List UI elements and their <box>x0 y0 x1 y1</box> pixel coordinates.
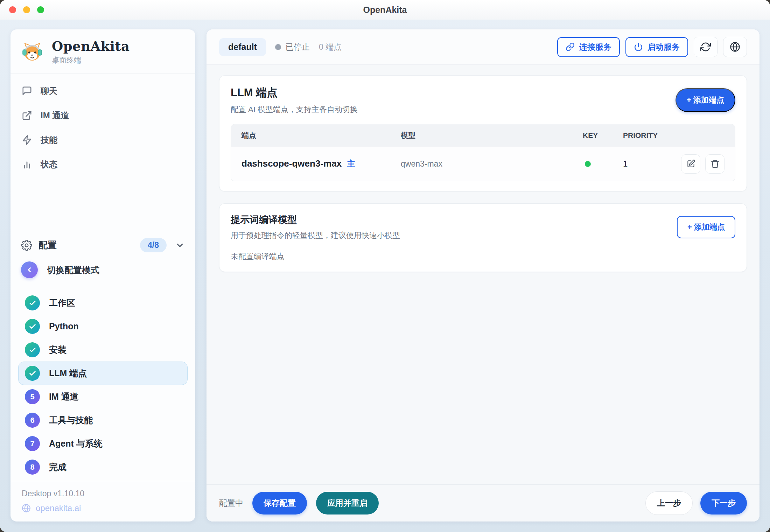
priority-cell: 1 <box>623 159 681 169</box>
brand: OpenAkita 桌面终端 <box>10 29 195 74</box>
check-icon <box>29 323 36 330</box>
step-label: 完成 <box>49 461 66 473</box>
step-label: LLM 端点 <box>49 368 87 379</box>
check-icon <box>29 370 36 377</box>
fullscreen-window-button[interactable] <box>37 6 44 13</box>
globe-icon <box>22 504 31 513</box>
bottom-bar: 配置中 保存配置 应用并重启 上一步 下一步 <box>206 484 760 522</box>
step-done-circle <box>25 342 40 357</box>
profile-badge[interactable]: default <box>219 38 266 56</box>
config-progress-badge: 4/8 <box>140 238 167 252</box>
sidebar: OpenAkita 桌面终端 聊天 IM 通道 技能 <box>10 29 195 522</box>
llm-endpoints-card: LLM 端点 配置 AI 模型端点，支持主备自动切换 + 添加端点 端点 模型 … <box>219 75 747 191</box>
column-priority: PRIORITY <box>623 131 724 140</box>
nav-label: 状态 <box>41 159 57 170</box>
app-window: OpenAkita <box>0 0 770 532</box>
edit-icon <box>686 159 695 168</box>
nav-label: IM 通道 <box>41 110 69 121</box>
service-status: 已停止 <box>275 42 310 52</box>
endpoint-row: dashscope-qwen3-max 主 qwen3-max 1 <box>231 147 735 181</box>
primary-badge: 主 <box>347 158 355 169</box>
sidebar-nav: 聊天 IM 通道 技能 状态 <box>10 74 195 182</box>
step-label: Python <box>49 321 79 331</box>
step-label: 安装 <box>49 344 66 356</box>
step-done-circle <box>25 295 40 310</box>
step-label: Agent 与系统 <box>49 438 103 449</box>
step-done-circle <box>25 366 40 381</box>
mode-switch-circle[interactable] <box>21 261 38 278</box>
sidebar-footer: Desktop v1.10.10 openakita.ai <box>10 481 195 522</box>
compile-card-subtitle: 用于预处理指令的轻量模型，建议使用快速小模型 <box>231 230 400 241</box>
chevron-down-icon[interactable] <box>175 240 185 250</box>
key-status-dot <box>585 161 591 167</box>
start-service-button[interactable]: 启动服务 <box>625 37 688 57</box>
edit-endpoint-button[interactable] <box>681 154 700 174</box>
connect-service-button[interactable]: 连接服务 <box>557 37 620 57</box>
language-button[interactable] <box>723 37 747 57</box>
llm-card-title: LLM 端点 <box>231 85 358 100</box>
step-done-circle <box>25 319 40 334</box>
refresh-icon <box>700 42 711 52</box>
compile-empty-text: 未配置编译端点 <box>231 251 735 262</box>
chat-bubble-icon <box>22 86 32 96</box>
step-tools-skills[interactable]: 6 工具与技能 <box>18 408 188 432</box>
config-section-header[interactable]: 配置 4/8 <box>10 230 195 257</box>
model-name-cell: qwen3-max <box>401 159 583 169</box>
app-subtitle: 桌面终端 <box>52 55 130 65</box>
refresh-button[interactable] <box>694 37 718 57</box>
step-number-circle: 5 <box>25 389 40 404</box>
sidebar-item-im-channel[interactable]: IM 通道 <box>22 105 184 126</box>
check-icon <box>29 299 36 307</box>
chevron-left-icon <box>26 266 33 274</box>
wizard-nav-buttons: 上一步 下一步 <box>645 491 747 515</box>
config-steps: 工作区 Python 安装 LLM 端点 5 IM 通道 <box>10 286 195 481</box>
step-llm-endpoints[interactable]: LLM 端点 <box>18 362 188 385</box>
sidebar-item-status[interactable]: 状态 <box>22 154 184 175</box>
next-step-button[interactable]: 下一步 <box>700 492 747 514</box>
close-window-button[interactable] <box>9 6 16 13</box>
step-label: 工具与技能 <box>49 414 93 426</box>
header-actions: 连接服务 启动服务 <box>557 37 747 57</box>
globe-icon <box>730 42 740 52</box>
external-link-icon <box>22 110 32 121</box>
endpoint-name-cell: dashscope-qwen3-max 主 <box>241 158 401 169</box>
check-icon <box>29 346 36 354</box>
nav-label: 技能 <box>41 134 57 146</box>
column-model: 模型 <box>401 131 583 140</box>
step-finish[interactable]: 8 完成 <box>18 455 188 479</box>
website-link[interactable]: openakita.ai <box>22 503 184 513</box>
sidebar-item-chat[interactable]: 聊天 <box>22 81 184 101</box>
column-endpoint: 端点 <box>241 131 401 140</box>
app-version: Desktop v1.10.10 <box>22 489 184 498</box>
endpoints-table: 端点 模型 KEY PRIORITY dashscope-qwen3-max 主 <box>231 124 735 181</box>
step-workspace[interactable]: 工作区 <box>18 291 188 315</box>
status-dot <box>275 44 281 50</box>
config-label: 配置 <box>38 239 57 251</box>
step-number-circle: 6 <box>25 413 40 428</box>
config-mode-switch[interactable]: 切换配置模式 <box>10 257 195 286</box>
main-header: default 已停止 0 端点 连接服务 启动服务 <box>206 29 760 64</box>
bar-chart-icon <box>22 159 32 170</box>
minimize-window-button[interactable] <box>23 6 30 13</box>
llm-card-subtitle: 配置 AI 模型端点，支持主备自动切换 <box>231 104 358 115</box>
mode-switch-label: 切换配置模式 <box>47 264 99 276</box>
previous-step-button[interactable]: 上一步 <box>645 491 693 515</box>
lightning-icon <box>22 135 32 145</box>
gear-icon <box>21 240 32 251</box>
status-label: 已停止 <box>286 42 310 52</box>
sidebar-item-skills[interactable]: 技能 <box>22 130 184 150</box>
main-content: LLM 端点 配置 AI 模型端点，支持主备自动切换 + 添加端点 端点 模型 … <box>206 65 760 484</box>
add-endpoint-button[interactable]: + 添加端点 <box>676 88 735 112</box>
add-compile-endpoint-button[interactable]: + 添加端点 <box>677 216 735 238</box>
step-install[interactable]: 安装 <box>18 338 188 362</box>
step-im-channel[interactable]: 5 IM 通道 <box>18 385 188 408</box>
config-status-text: 配置中 <box>219 498 243 509</box>
apply-restart-button[interactable]: 应用并重启 <box>316 492 379 514</box>
save-config-button[interactable]: 保存配置 <box>252 492 307 514</box>
titlebar: OpenAkita <box>0 0 770 20</box>
power-icon <box>634 42 643 51</box>
step-python[interactable]: Python <box>18 315 188 338</box>
step-agent-system[interactable]: 7 Agent 与系统 <box>18 432 188 455</box>
delete-endpoint-button[interactable] <box>705 154 724 174</box>
app-name: OpenAkita <box>52 38 130 54</box>
